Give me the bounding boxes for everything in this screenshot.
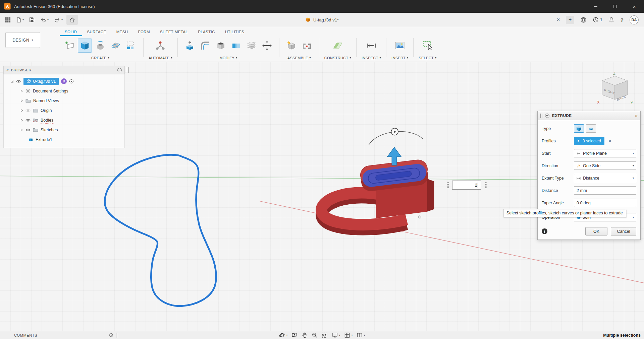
fit-button[interactable] <box>321 332 328 338</box>
sweep-button[interactable] <box>109 39 123 53</box>
browser-minimize-icon[interactable] <box>117 68 122 72</box>
browser-item-bodies[interactable]: Bodies <box>4 115 124 125</box>
pan-button[interactable] <box>301 332 308 338</box>
tab-solid[interactable]: SOLID <box>60 28 82 36</box>
profiles-selected-chip[interactable]: 3 selected <box>574 137 604 145</box>
modify-menu[interactable]: MODIFY▾ <box>219 55 237 61</box>
close-window-button[interactable]: × <box>625 0 644 13</box>
manipulator-grip-right[interactable] <box>485 182 487 189</box>
zoom-button[interactable] <box>311 332 318 338</box>
select-menu[interactable]: SELECT▾ <box>419 55 436 61</box>
browser-root-item[interactable]: U-tag.f3d v1 <box>23 78 59 85</box>
create-menu[interactable]: CREATE▾ <box>91 55 109 61</box>
expand-arrow-icon[interactable] <box>20 89 23 93</box>
notifications-button[interactable] <box>608 17 614 23</box>
dialog-collapse-icon[interactable] <box>545 114 549 118</box>
help-button[interactable]: ? <box>621 17 624 23</box>
comments-section[interactable]: COMMENTS <box>0 333 118 338</box>
construct-plane-button[interactable] <box>331 39 345 53</box>
offset-face-button[interactable] <box>245 39 259 53</box>
document-tab[interactable]: U-tag.f3d v1* <box>299 13 345 27</box>
new-component-button[interactable] <box>284 39 299 53</box>
eye-icon[interactable] <box>25 128 31 132</box>
tab-sheet-metal[interactable]: SHEET METAL <box>155 28 193 36</box>
create-sketch-button[interactable] <box>62 39 76 53</box>
dialog-drag-grip[interactable] <box>540 114 542 118</box>
extrude-button[interactable] <box>78 39 92 53</box>
eye-icon-dim[interactable] <box>25 109 31 112</box>
new-document-tab-button[interactable]: + <box>566 16 574 24</box>
grid-snaps-button[interactable]: ▾ <box>344 332 353 338</box>
distance-value-input[interactable]: 2 <box>452 181 481 190</box>
activate-component-radio[interactable] <box>69 79 74 84</box>
comments-indicator-icon[interactable] <box>109 333 113 337</box>
orbit-button[interactable]: ▾ <box>279 332 287 338</box>
comments-drag-grip[interactable] <box>116 333 118 338</box>
construct-menu[interactable]: CONSTRUCT▾ <box>324 55 351 61</box>
sketch-point[interactable] <box>419 216 421 218</box>
browser-item-document-settings[interactable]: Document Settings <box>4 86 124 96</box>
fillet-button[interactable] <box>198 39 212 53</box>
viewcube[interactable]: Z RIGHT BACK X Y <box>593 71 637 107</box>
maximize-button[interactable] <box>605 0 625 13</box>
tab-utilities[interactable]: UTILITIES <box>220 28 249 36</box>
type-thin-extrude-button[interactable] <box>586 124 596 133</box>
insert-canvas-button[interactable] <box>393 39 407 53</box>
dialog-header[interactable]: EXTRUDE » <box>538 111 640 120</box>
undo-button[interactable]: ▾ <box>38 15 50 25</box>
joint-button[interactable] <box>300 39 314 53</box>
workspace-selector[interactable]: DESIGN ▾ <box>5 32 40 48</box>
direction-select[interactable]: One Side ▾ <box>574 161 636 170</box>
tab-surface[interactable]: SURFACE <box>82 28 111 36</box>
browser-item-named-views[interactable]: Named Views <box>4 96 124 106</box>
automate-menu[interactable]: AUTOMATE▾ <box>149 55 172 61</box>
info-icon[interactable]: i <box>542 228 547 234</box>
type-extrude-button[interactable] <box>574 124 584 133</box>
start-select[interactable]: Profile Plane ▾ <box>574 149 636 157</box>
expand-arrow-icon[interactable] <box>20 128 23 132</box>
measure-button[interactable] <box>364 39 378 53</box>
expand-arrow-icon[interactable] <box>20 109 23 112</box>
home-view-button[interactable] <box>66 15 78 25</box>
pattern-button[interactable] <box>124 39 138 53</box>
browser-drag-grip[interactable] <box>127 67 129 73</box>
save-button[interactable] <box>28 15 36 25</box>
job-status-button[interactable]: 1 <box>593 17 602 23</box>
minimize-button[interactable] <box>586 0 605 13</box>
display-settings-button[interactable]: ▾ <box>331 332 340 338</box>
browser-item-sketches[interactable]: Sketches <box>4 125 124 135</box>
insert-menu[interactable]: INSERT▾ <box>391 55 408 61</box>
browser-root-row[interactable]: U-tag.f3d v1 D <box>4 76 124 86</box>
move-copy-button[interactable] <box>260 39 274 53</box>
inspect-menu[interactable]: INSPECT▾ <box>362 55 381 61</box>
expand-arrow-icon[interactable] <box>20 119 23 122</box>
revolve-button[interactable] <box>93 39 107 53</box>
look-at-button[interactable] <box>291 332 298 338</box>
manipulator-grip-left[interactable] <box>447 182 449 189</box>
extent-type-select[interactable]: Distance ▾ <box>574 174 636 182</box>
distance-field[interactable]: 2 mm <box>574 186 636 195</box>
tab-form[interactable]: FORM <box>133 28 155 36</box>
user-avatar[interactable]: DA <box>630 15 639 24</box>
taper-angle-field[interactable]: 0.0 deg <box>574 199 636 207</box>
automate-button[interactable] <box>153 39 167 53</box>
viewports-button[interactable]: ▾ <box>357 332 365 338</box>
press-pull-button[interactable] <box>183 39 197 53</box>
eye-icon[interactable] <box>25 119 31 122</box>
app-menu-button[interactable] <box>3 15 12 25</box>
browser-item-extrude1[interactable]: Extrude1 <box>4 135 124 144</box>
tab-mesh[interactable]: MESH <box>111 28 133 36</box>
file-menu-button[interactable]: ▾ <box>14 15 25 25</box>
tab-plastic[interactable]: PLASTIC <box>193 28 220 36</box>
clear-selection-icon[interactable]: × <box>608 138 611 144</box>
block-side-face[interactable] <box>427 179 434 212</box>
ok-button[interactable]: OK <box>585 227 607 235</box>
assemble-menu[interactable]: ASSEMBLE▾ <box>287 55 311 61</box>
combine-button[interactable] <box>229 39 243 53</box>
eye-icon[interactable] <box>16 80 21 83</box>
redo-button[interactable]: ▾ <box>52 15 64 25</box>
select-button[interactable] <box>421 39 435 53</box>
shell-button[interactable] <box>214 39 228 53</box>
browser-item-origin[interactable]: Origin <box>4 106 124 115</box>
dialog-dock-icon[interactable]: » <box>635 113 638 118</box>
